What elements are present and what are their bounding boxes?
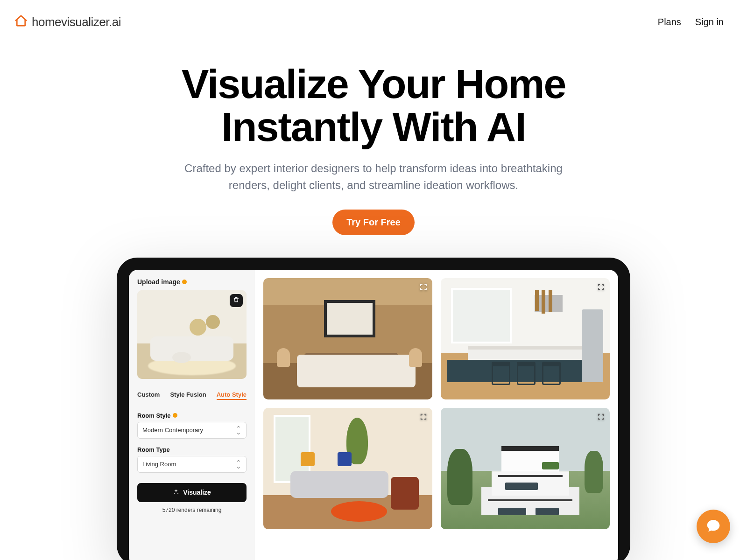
try-for-free-button[interactable]: Try For Free <box>332 210 415 235</box>
chat-button[interactable] <box>697 510 730 543</box>
mode-tabs: Custom Style Fusion Auto Style <box>137 391 247 400</box>
control-panel: Upload image <box>129 270 255 560</box>
svg-point-0 <box>177 493 178 494</box>
sparkle-icon <box>173 489 179 497</box>
expand-icon[interactable] <box>418 412 429 422</box>
delete-image-button[interactable] <box>230 294 243 307</box>
expand-icon[interactable] <box>596 412 606 422</box>
upload-heading: Upload image <box>137 278 247 286</box>
hero-title-line2: Instantly With AI <box>221 104 525 150</box>
visualize-button[interactable]: Visualize <box>137 483 247 502</box>
chevron-updown-icon: ⌃⌄ <box>236 461 241 468</box>
chat-icon <box>706 518 721 535</box>
room-style-select[interactable]: Modern Contemporary ⌃⌄ <box>137 422 247 439</box>
visualize-label: Visualize <box>183 489 211 496</box>
expand-icon[interactable] <box>418 282 429 292</box>
expand-icon[interactable] <box>596 282 606 292</box>
chevron-updown-icon: ⌃⌄ <box>236 427 241 434</box>
room-type-select[interactable]: Living Room ⌃⌄ <box>137 456 247 473</box>
brand-name: homevisualizer.ai <box>32 15 121 29</box>
svg-point-1 <box>174 493 175 494</box>
nav-links: Plans Sign in <box>658 17 733 28</box>
hero-title-line1: Visualize Your Home <box>182 61 566 107</box>
trash-icon <box>233 296 240 305</box>
brand-logo[interactable]: homevisualizer.ai <box>14 14 121 30</box>
room-style-label: Room Style <box>137 412 247 419</box>
hero-title: Visualize Your Home Instantly With AI <box>0 63 747 149</box>
app-screen: Upload image <box>129 270 618 560</box>
uploaded-image-preview[interactable] <box>137 290 247 379</box>
tab-auto-style[interactable]: Auto Style <box>217 391 247 400</box>
render-card[interactable] <box>263 278 432 399</box>
nav-signin[interactable]: Sign in <box>695 17 724 28</box>
tab-custom[interactable]: Custom <box>137 391 160 400</box>
info-icon <box>173 413 177 418</box>
room-type-value: Living Room <box>142 461 176 468</box>
hero-section: Visualize Your Home Instantly With AI Cr… <box>0 35 747 235</box>
tablet-frame: Upload image <box>117 258 630 560</box>
nav-plans[interactable]: Plans <box>658 17 681 28</box>
upload-label: Upload image <box>137 278 180 286</box>
hero-subtitle: Crafted by expert interior designers to … <box>173 160 574 194</box>
site-header: homevisualizer.ai Plans Sign in <box>0 0 747 35</box>
render-card[interactable] <box>441 278 610 399</box>
info-icon <box>182 280 187 284</box>
renders-remaining: 5720 renders remaining <box>137 507 247 513</box>
room-style-value: Modern Contemporary <box>142 427 203 434</box>
render-gallery <box>255 270 618 560</box>
render-card[interactable] <box>441 408 610 529</box>
tablet-mockup: Upload image <box>117 258 630 560</box>
room-type-label: Room Type <box>137 446 247 453</box>
house-icon <box>14 14 28 30</box>
render-card[interactable] <box>263 408 432 529</box>
tab-style-fusion[interactable]: Style Fusion <box>170 391 206 400</box>
